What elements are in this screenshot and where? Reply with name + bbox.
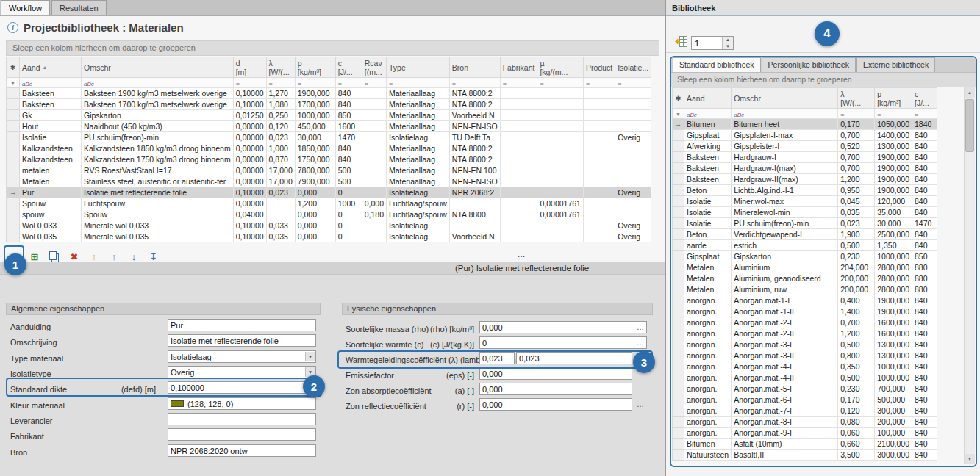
lambda-edit-input[interactable] <box>517 353 632 364</box>
table-row[interactable]: anorgan.Anorgan.mat.-3-I0,5001300,000840 <box>673 339 937 350</box>
table-row[interactable]: →BitumenBitumen heet0,1701050,0001840 <box>673 119 937 130</box>
table-row[interactable]: HoutNaaldhout (450 kg/m3)0,000000,120450… <box>7 121 651 132</box>
table-row[interactable]: anorgan.Anorgan.mat.-2-I0,7001600,000840 <box>673 317 937 328</box>
filter-cell-lambda[interactable]: = <box>266 78 295 88</box>
warmte-input[interactable] <box>480 337 646 348</box>
table-row[interactable]: anorgan.Anorgan.mat.-7-I0,120300,000840 <box>673 405 937 416</box>
table-row[interactable]: KalkzandsteenKalkzandsteen 1850 kg/m3 dr… <box>7 143 651 154</box>
table-row[interactable]: MetalenAluminium204,0002800,000880 <box>673 262 937 273</box>
filter-cell-product[interactable]: = <box>583 78 615 88</box>
filter-funnel-icon[interactable]: ▼ <box>10 81 15 86</box>
column-header-product[interactable]: Product <box>583 57 615 78</box>
filter-cell-p[interactable]: = <box>875 109 912 119</box>
table-row[interactable]: anorgan.Anorgan.mat.-4-II0,5001000,00084… <box>673 372 937 383</box>
filter-cell-c[interactable]: = <box>335 78 362 88</box>
filter-cell-aand[interactable]: aBc <box>20 78 82 88</box>
copy-to-project-icon[interactable] <box>673 35 688 48</box>
massa-input[interactable] <box>480 322 646 333</box>
table-row[interactable]: aardeestrich0,5001,350840 <box>673 240 937 251</box>
scroll-up-icon[interactable]: ▲ <box>965 87 975 98</box>
leverancier-input[interactable] <box>168 414 315 425</box>
table-row[interactable]: MetalenAluminium, geanodiseerd200,000280… <box>673 273 937 284</box>
column-header-aand[interactable]: Aand▲ <box>20 57 82 78</box>
info-icon[interactable]: i <box>7 22 18 33</box>
splitter-grip[interactable]: … <box>331 250 713 259</box>
column-header-fabrikant[interactable]: Fabrikant <box>500 57 537 78</box>
table-row[interactable]: AfwerkingGipspleister-I0,5201300,000840 <box>673 141 937 152</box>
filter-cell-omschr[interactable]: aBc <box>732 109 838 119</box>
table-row[interactable]: KalkzandsteenKalkzandsteen 1750 kg/m3 dr… <box>7 154 651 165</box>
count-spinner-input[interactable] <box>692 37 721 49</box>
fabrikant-input[interactable] <box>168 429 315 440</box>
table-row[interactable]: anorgan.Anorgan.mat.-1-II1,4001900,00084… <box>673 306 937 317</box>
scrollbar-thumb[interactable] <box>965 99 974 152</box>
column-header-lambda[interactable]: λ[W/(... <box>838 88 875 109</box>
column-header-rcav[interactable]: Rcav[(m... <box>362 57 386 78</box>
table-row[interactable]: BaksteenHardgrauw-I0,7001900,000840 <box>673 152 937 163</box>
table-row[interactable]: IsolatieMineralewol-min0,03535,000840 <box>673 207 937 218</box>
scroll-down-icon[interactable]: ▼ <box>965 454 975 464</box>
column-header-bron[interactable]: Bron <box>449 57 500 78</box>
table-row[interactable]: BitumenAsfalt (10mm)0,6602100,000840 <box>673 439 937 450</box>
type-materiaal-select[interactable]: Isolatielaag ▼ <box>168 350 316 363</box>
table-row[interactable]: anorgan.Anorgan.mat.-4-I0,3501000,000840 <box>673 361 937 372</box>
table-row[interactable]: Wol 0,033Minerale wol 0,0330,100000,0330… <box>7 220 651 231</box>
table-row[interactable]: anorgan.Anorgan.mat-1-I0,4001900,000840 <box>673 295 937 306</box>
table-row[interactable]: NatuursteenBasaltI,II3,5003000,000840 <box>673 450 937 461</box>
column-header-p[interactable]: p[kg/m³] <box>295 57 335 78</box>
filter-cell-type[interactable]: = <box>387 78 450 88</box>
column-header-mu[interactable]: µ[kg/(m... <box>537 57 583 78</box>
column-header-type[interactable]: Type <box>387 57 450 78</box>
tab-externe-bibliotheek[interactable]: Externe bibliotheek <box>856 57 935 72</box>
filter-cell-isolatie[interactable]: = <box>615 78 651 88</box>
table-row[interactable]: IsolatiePU schuim(freon)-min0,000000,023… <box>7 132 651 143</box>
chevron-down-icon[interactable]: ▼ <box>305 352 315 361</box>
table-row[interactable]: anorgan.Anorgan.mat.-9-I0,060100,000840 <box>673 428 937 439</box>
spinner-up-icon[interactable]: ▲ <box>723 37 733 43</box>
spinner-down-icon[interactable]: ▼ <box>723 43 733 50</box>
aanduiding-input[interactable] <box>168 320 315 331</box>
tab-persoonlijke-bibliotheek[interactable]: Persoonlijke bibliotheek <box>762 57 856 72</box>
zon-absorptie-input[interactable] <box>480 383 632 394</box>
table-row[interactable]: anorgan.Anorgan.mat.-3-II0,8001300,00084… <box>673 350 937 361</box>
column-header-aand[interactable]: Aand <box>684 88 732 109</box>
filter-cell-omschr[interactable]: aBc <box>82 78 234 88</box>
table-row[interactable]: BaksteenBaksteen 1700 kg/m3 metselwerk o… <box>7 99 651 110</box>
omschrijving-input[interactable] <box>168 335 315 346</box>
table-row[interactable]: anorgan.Anorgan.mat.-5-I0,230700,000840 <box>673 383 937 394</box>
table-row[interactable]: anorgan.Anorgan.mat.-2-II1,2001600,00084… <box>673 328 937 339</box>
filter-cell-lambda[interactable]: = <box>838 109 875 119</box>
table-row[interactable]: Wol 0,035Minerale wol 0,0350,100000,0350… <box>7 231 651 242</box>
table-row[interactable]: anorgan.Anorgan.mat.-6-I0,170500,000840 <box>673 394 937 405</box>
ellipsis-button[interactable]: … <box>635 322 645 333</box>
table-row[interactable]: BetonVerdichtgewapend-I1,9002500,000840 <box>673 229 937 240</box>
filter-cell-aand[interactable]: aBc <box>684 109 732 119</box>
filter-cell-c[interactable]: = <box>912 109 937 119</box>
library-group-by-bar[interactable]: Sleep een kolom hierheen om daarop te gr… <box>671 73 976 87</box>
column-header-isolatie[interactable]: Isolatie... <box>615 57 651 78</box>
filter-cell-mu[interactable]: = <box>537 78 583 88</box>
table-row[interactable]: anorgan.Anorgan.mat.-8-I0,080200,000840 <box>673 416 937 428</box>
filter-cell-bron[interactable]: = <box>449 78 500 88</box>
filter-cell-d[interactable]: = <box>233 78 266 88</box>
table-row[interactable]: BaksteenBaksteen 1900 kg/m3 metselwerk o… <box>7 88 651 99</box>
filter-cell-rcav[interactable]: = <box>362 78 386 88</box>
isolatietype-select[interactable]: Overig ▼ <box>168 366 316 378</box>
table-row[interactable]: GipsplaatGipsplaten-I-max0,7001400,00084… <box>673 130 937 141</box>
table-row[interactable]: BetonLichtb.Alg.ind.-I-10,9501900,000840 <box>673 185 937 196</box>
library-scrollbar[interactable]: ▲ ▼ <box>964 87 975 464</box>
standaard-dikte-input[interactable] <box>168 382 315 393</box>
tab-standaard-bibliotheek[interactable]: Standaard bibliotheek <box>673 57 761 72</box>
ellipsis-button[interactable]: … <box>635 337 645 348</box>
tab-resultaten[interactable]: Resultaten <box>51 0 107 15</box>
bron-input[interactable] <box>168 445 315 456</box>
table-row[interactable]: BaksteenHardgrauw-I(max)0,7001900,000840 <box>673 163 937 174</box>
column-header-omschr[interactable]: Omschr <box>732 88 838 109</box>
table-row[interactable]: SpouwLuchtspouw0,000001,20010000,000Luch… <box>7 198 651 209</box>
main-group-by-bar[interactable]: Sleep een kolom hierheen om daarop te gr… <box>6 40 659 56</box>
table-row[interactable]: IsolatiePU schuim(freon)-min0,02330,0001… <box>673 218 937 229</box>
filter-funnel-icon[interactable]: ▼ <box>676 112 681 117</box>
tab-workflow[interactable]: Workflow <box>1 0 50 15</box>
emissie-input[interactable] <box>480 368 632 379</box>
zon-reflectie-input[interactable] <box>480 399 632 410</box>
